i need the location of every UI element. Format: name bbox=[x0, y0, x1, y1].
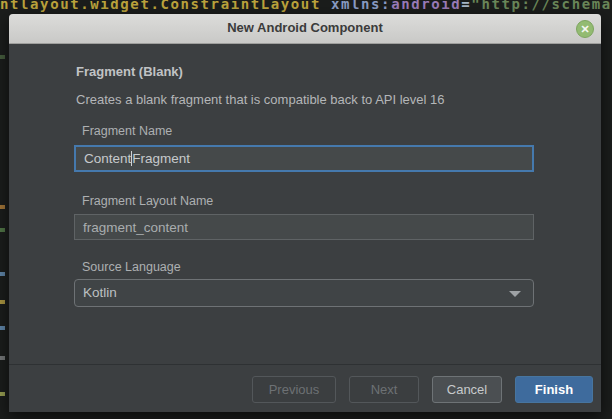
dialog-button-row: Previous Next Cancel Finish bbox=[252, 376, 593, 403]
code-fragment-mark bbox=[0, 392, 5, 396]
code-segment: = bbox=[461, 0, 471, 12]
dialog-title: New Android Component bbox=[9, 20, 601, 35]
code-segment: ntlayout.widget.ConstraintLayout bbox=[0, 0, 321, 12]
source-language-dropdown[interactable]: Kotlin bbox=[74, 279, 534, 307]
fragment-name-label: Fragment Name bbox=[82, 124, 172, 138]
fragment-layout-name-label: Fragment Layout Name bbox=[82, 194, 213, 208]
code-fragment-mark bbox=[0, 228, 5, 232]
source-language-label: Source Language bbox=[82, 260, 181, 274]
fragment-layout-name-value: fragment_content bbox=[83, 220, 188, 235]
background-editor-code-line: ntlayout.widget.ConstraintLayout xmlns:a… bbox=[0, 0, 612, 14]
close-button[interactable]: ✕ bbox=[576, 20, 594, 38]
code-segment: xmlns: bbox=[321, 0, 391, 12]
code-fragment-mark bbox=[0, 356, 5, 360]
code-fragment-mark bbox=[0, 272, 5, 276]
fragment-name-value-after-caret: Fragment bbox=[132, 151, 190, 166]
code-segment: "http://schema bbox=[471, 0, 611, 12]
previous-button[interactable]: Previous bbox=[252, 376, 336, 403]
template-heading: Fragment (Blank) bbox=[76, 64, 183, 79]
code-fragment-mark bbox=[0, 55, 5, 59]
dialog-titlebar[interactable]: New Android Component ✕ bbox=[9, 14, 601, 44]
close-icon: ✕ bbox=[577, 21, 593, 37]
source-language-selected-value: Kotlin bbox=[83, 285, 117, 300]
template-description: Creates a blank fragment that is compati… bbox=[76, 92, 445, 107]
cancel-button[interactable]: Cancel bbox=[432, 376, 502, 403]
code-segment: android bbox=[391, 0, 461, 12]
code-fragment-mark bbox=[0, 326, 5, 330]
code-fragment-mark bbox=[0, 205, 5, 209]
chevron-down-icon bbox=[509, 291, 521, 297]
finish-button[interactable]: Finish bbox=[515, 376, 593, 403]
next-button[interactable]: Next bbox=[349, 376, 419, 403]
fragment-layout-name-input[interactable]: fragment_content bbox=[74, 214, 534, 240]
code-fragment-mark bbox=[0, 300, 5, 304]
new-android-component-dialog: New Android Component ✕ Fragment (Blank)… bbox=[9, 14, 601, 412]
fragment-name-value-before-caret: Content bbox=[84, 151, 131, 166]
screen: ntlayout.widget.ConstraintLayout xmlns:a… bbox=[0, 0, 612, 419]
footer-separator bbox=[9, 364, 601, 365]
fragment-name-input[interactable]: ContentFragment bbox=[74, 145, 534, 172]
